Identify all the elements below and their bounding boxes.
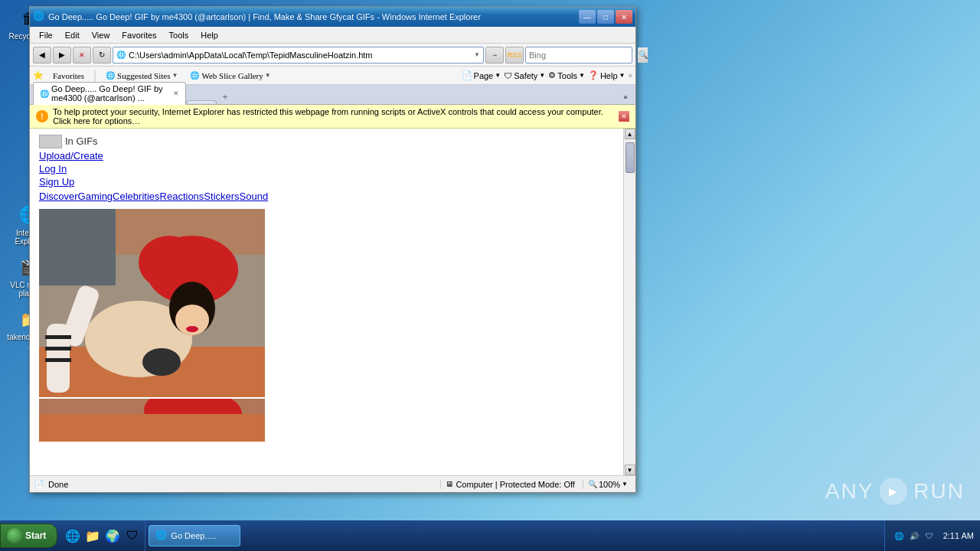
web-slice-icon: 🌐 [190,71,199,80]
back-button[interactable]: ◀ [33,47,51,64]
quick-launch-shield[interactable]: 🛡 [123,527,142,545]
help-toolbar-item[interactable]: ❓ Help▼ [588,70,626,80]
sound-link[interactable]: Sound [240,191,269,202]
security-message[interactable]: To help protect your security, Internet … [53,107,619,126]
upload-create-link[interactable]: Upload/Create [39,150,626,161]
tray-network-icon[interactable]: 🌐 [893,530,905,542]
quick-launch-ie[interactable]: 🌐 [64,527,82,545]
zoom-status[interactable]: 🔍 100% ▼ [583,480,632,489]
address-bar[interactable]: 🌐 C:\Users\admin\AppData\Local\Temp\Tepi… [113,47,484,64]
suggested-sites-item[interactable]: 🌐 Suggested Sites ▼ [101,70,182,82]
page-toolbar-item[interactable]: 📄 Page▼ [462,70,501,80]
gif-svg [39,209,265,397]
anyrun-watermark: ANY ▶ RUN [825,478,965,505]
suggested-sites-dropdown[interactable]: ▼ [172,72,178,79]
svg-rect-5 [39,209,116,285]
web-slice-label: Web Slice Gallery [201,71,263,80]
status-bar: 📄 Done 🖥 Computer | Protected Mode: Off … [30,475,635,492]
scroll-thumb[interactable] [626,142,635,173]
webpage-nav-links: Upload/Create Log In Sign Up DiscoverGam… [39,150,626,203]
taskbar-browser-item[interactable]: 🌐 Go Deep..... [149,525,240,546]
security-close-button[interactable]: ✕ [619,111,629,122]
safety-toolbar-item[interactable]: 🛡 Safety▼ [504,71,545,80]
search-input[interactable] [526,51,638,60]
browser-favicon: 🌐 [33,11,45,23]
tab-list-button[interactable]: » [619,90,632,104]
new-tab-button[interactable]: + [218,90,232,104]
web-slice-item[interactable]: 🌐 Web Slice Gallery ▼ [185,70,275,82]
menu-favorites[interactable]: Favorites [116,29,162,41]
menu-file[interactable]: File [33,29,59,41]
taskbar-browser-icon: 🌐 [155,530,168,542]
security-icon: ! [36,110,48,122]
menu-view[interactable]: View [86,29,116,41]
quick-launch: 🌐 📁 🌍 🛡 [60,520,145,551]
status-page-icon: 📄 [33,478,45,491]
toolbar-expand[interactable]: » [628,71,632,80]
stop-button[interactable]: ✕ [73,47,91,64]
gif-placeholder-main [39,209,265,397]
security-bar: ! To help protect your security, Interne… [30,105,635,129]
system-clock[interactable]: 2:11 AM [943,531,974,540]
tab-bar: 🌐 Go Deep..... Go Deep! GIF by me4300 (@… [30,85,635,105]
title-bar: 🌐 Go Deep..... Go Deep! GIF by me4300 (@… [30,7,635,27]
maximize-button[interactable]: □ [597,10,614,24]
nav-inline-links: DiscoverGamingCelebritiesReactionsSticke… [39,189,626,203]
browser-window: 🌐 Go Deep..... Go Deep! GIF by me4300 (@… [29,6,636,493]
gaming-link[interactable]: Gaming [78,191,113,202]
quick-launch-chrome[interactable]: 🌍 [103,527,122,545]
zoom-text: 100% [599,480,620,489]
status-right: 🖥 Computer | Protected Mode: Off 🔍 100% … [440,480,632,489]
menu-tools[interactable]: Tools [163,29,195,41]
refresh-button[interactable]: ↻ [93,47,111,64]
web-content: In GIFs Upload/Create Log In Sign Up Dis… [30,129,635,475]
minimize-button[interactable]: — [579,10,596,24]
tray-security-icon[interactable]: 🛡 [923,530,936,542]
log-in-link[interactable]: Log In [39,163,626,174]
tab-close-button[interactable]: ✕ [173,90,179,97]
favorites-menu-item[interactable]: Favorites [48,70,89,82]
tray-icons: 🌐 🔊 🛡 [891,530,937,542]
rss-button[interactable]: RSS [505,47,524,64]
browser-tab-empty[interactable] [186,100,217,104]
anyrun-text-run: RUN [913,479,965,504]
gif-image-main [39,209,265,397]
svg-rect-11 [45,358,71,362]
go-button[interactable]: → [485,47,504,64]
search-bar[interactable]: 🔍 [525,47,632,64]
start-button[interactable]: Start [0,523,57,548]
browser-tab-main[interactable]: 🌐 Go Deep..... Go Deep! GIF by me4300 (@… [33,82,186,105]
scroll-down-button[interactable]: ▼ [625,465,635,475]
menu-help[interactable]: Help [194,29,224,41]
favorites-label: Favorites [53,71,84,80]
svg-point-12 [142,348,181,376]
start-label: Start [25,530,46,541]
menu-edit[interactable]: Edit [59,29,86,41]
reactions-link[interactable]: Reactions [160,191,204,202]
close-button[interactable]: ✕ [616,10,632,24]
scrollbar[interactable]: ▲ ▼ [623,129,635,475]
celebrities-link[interactable]: Celebrities [113,191,159,202]
discover-link[interactable]: Discover [39,191,78,202]
security-zone-status: 🖥 Computer | Protected Mode: Off [440,480,580,489]
tray-volume-icon[interactable]: 🔊 [908,530,920,542]
desktop: 🗑 Recycle Bin 🌐 Internet Explorer 🎬 VLC … [0,0,980,551]
taskbar: Start 🌐 📁 🌍 🛡 🌐 Go Deep..... 🌐 🔊 🛡 2:11 … [0,520,980,551]
in-gifs-text: In GIFs [65,135,98,147]
stickers-link[interactable]: Stickers [204,191,239,202]
sign-up-link[interactable]: Sign Up [39,176,626,187]
web-slice-dropdown[interactable]: ▼ [265,72,271,79]
forward-button[interactable]: ▶ [53,47,71,64]
zoom-dropdown[interactable]: ▼ [622,481,628,487]
tools-toolbar-item[interactable]: ⚙ Tools▼ [548,70,585,80]
web-scroll-area: In GIFs Upload/Create Log In Sign Up Dis… [30,129,635,475]
address-dropdown-icon[interactable]: ▼ [474,51,480,58]
address-text: C:\Users\admin\AppData\Local\Temp\TepidM… [129,51,472,60]
quick-launch-folder[interactable]: 📁 [83,527,102,545]
search-button[interactable]: 🔍 [638,47,648,63]
scroll-up-button[interactable]: ▲ [625,129,635,139]
svg-rect-10 [45,347,71,350]
suggested-sites-icon: 🌐 [106,71,115,80]
gif-placeholder-partial [39,399,265,442]
in-gifs-container: In GIFs [39,135,626,148]
